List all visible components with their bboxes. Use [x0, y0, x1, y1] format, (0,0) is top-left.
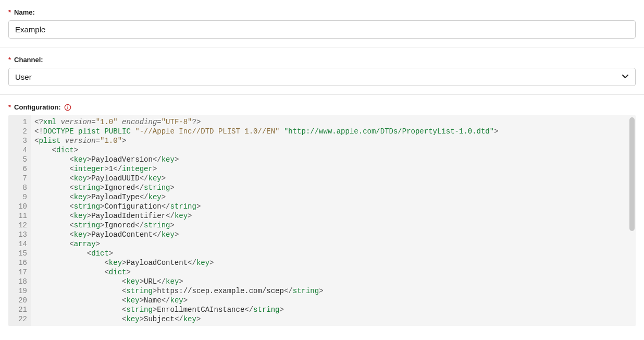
name-label-text: Name: — [14, 8, 35, 16]
scrollbar-thumb[interactable] — [629, 117, 635, 231]
configuration-section: * Configuration: 12345678910111213141516… — [0, 95, 644, 326]
scrollbar-track[interactable] — [629, 117, 635, 324]
name-section: * Name: — [0, 0, 644, 47]
required-asterisk: * — [8, 103, 11, 111]
name-input[interactable] — [8, 20, 636, 39]
info-icon[interactable] — [64, 104, 71, 111]
channel-label-text: Channel: — [14, 56, 43, 64]
configuration-label-text: Configuration: — [14, 103, 61, 111]
code-gutter: 12345678910111213141516171819202122 — [8, 115, 31, 326]
channel-select-wrap: User — [8, 68, 636, 86]
configuration-label: * Configuration: — [8, 103, 636, 111]
svg-rect-2 — [67, 107, 68, 109]
svg-point-1 — [67, 105, 68, 106]
configuration-editor[interactable]: 12345678910111213141516171819202122 <?xm… — [8, 115, 636, 326]
channel-section: * Channel: User — [0, 47, 644, 95]
channel-label: * Channel: — [8, 56, 636, 64]
required-asterisk: * — [8, 56, 11, 64]
name-label: * Name: — [8, 8, 636, 16]
required-asterisk: * — [8, 8, 11, 16]
channel-select[interactable]: User — [8, 68, 636, 86]
code-content[interactable]: <?xml version="1.0" encoding="UTF-8"?><!… — [31, 115, 636, 326]
